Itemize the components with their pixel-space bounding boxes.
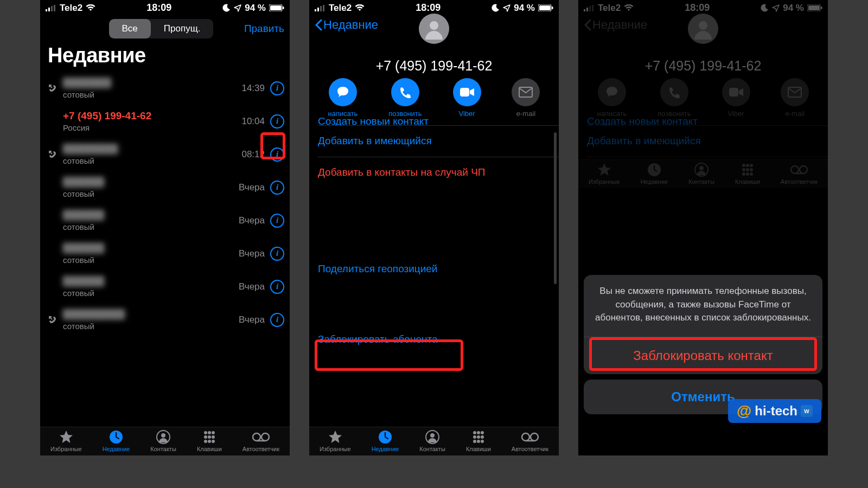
- tab-bar: Избранные Недавние Контакты Клавиши Авто…: [309, 427, 559, 455]
- svg-point-70: [800, 166, 807, 174]
- tab-voicemail[interactable]: Автоответчик: [512, 429, 548, 452]
- action-message[interactable]: написать: [328, 78, 358, 118]
- svg-point-19: [253, 433, 260, 441]
- carrier-label: Tele2: [60, 3, 82, 14]
- action-call[interactable]: позвонить: [388, 78, 422, 118]
- screen-recents: Tele2 18:09 94 % Все Пропущ. Править Нед…: [40, 0, 290, 455]
- svg-point-62: [750, 164, 753, 167]
- row-emergency[interactable]: Добавить в контакты на случай ЧП: [309, 157, 559, 188]
- outgoing-icon: [48, 150, 58, 159]
- info-icon[interactable]: i: [270, 247, 284, 261]
- svg-point-66: [742, 172, 745, 176]
- info-icon[interactable]: i: [270, 181, 284, 195]
- video-icon: [729, 87, 744, 98]
- sheet-block-button[interactable]: Заблокировать контакт: [584, 337, 822, 374]
- svg-point-40: [481, 435, 484, 439]
- tab-contacts[interactable]: Контакты: [419, 429, 445, 452]
- tab-recents[interactable]: Недавние: [103, 429, 130, 452]
- svg-rect-27: [539, 5, 551, 10]
- action-email: e-mail: [512, 78, 540, 118]
- row-share-location[interactable]: Поделиться геопозицией: [309, 253, 559, 285]
- svg-point-63: [742, 168, 745, 171]
- moon-icon: [492, 4, 500, 12]
- svg-rect-25: [323, 5, 324, 11]
- battery-icon: [538, 4, 553, 11]
- location-icon: [503, 4, 510, 12]
- tab-recents: Недавние: [641, 162, 668, 185]
- call-row[interactable]: XXXXXXXXсотовый 08:12 i: [40, 138, 290, 171]
- svg-rect-28: [552, 7, 553, 9]
- tab-favorites: Избранные: [589, 162, 620, 185]
- info-icon[interactable]: i: [270, 147, 284, 162]
- video-icon: [459, 87, 475, 98]
- svg-point-36: [477, 431, 480, 434]
- page-title: Недавние: [40, 42, 290, 72]
- call-row[interactable]: XXXXXXXXXсотовый Вчера i: [40, 303, 290, 336]
- svg-point-59: [699, 166, 704, 170]
- info-icon[interactable]: i: [270, 280, 284, 294]
- call-row[interactable]: XXXXXXсотовый Вчера i: [40, 237, 290, 270]
- mail-icon: [788, 87, 802, 98]
- screen-block-confirm: Tele2 18:09 94 % Недавние: [578, 0, 828, 455]
- wifi-icon: [86, 4, 95, 11]
- svg-rect-5: [270, 5, 282, 10]
- seg-all[interactable]: Все: [109, 19, 151, 38]
- tab-favorites[interactable]: Избранные: [320, 429, 351, 452]
- clock: 18:09: [146, 2, 171, 14]
- svg-rect-23: [317, 8, 319, 11]
- info-icon[interactable]: i: [270, 214, 284, 228]
- status-bar: Tele2 18:09 94 %: [40, 0, 290, 15]
- segmented-control[interactable]: Все Пропущ.: [109, 19, 214, 38]
- action-viber[interactable]: Viber: [453, 78, 481, 118]
- action-email: e-mail: [781, 78, 809, 118]
- call-row[interactable]: XXXXXXсотовый Вчера i: [40, 204, 290, 237]
- svg-point-41: [473, 440, 476, 443]
- call-row-missed[interactable]: +7 (495) 199-41-62Россия 10:04 i: [40, 105, 290, 138]
- svg-point-44: [522, 433, 529, 441]
- seg-missed[interactable]: Пропущ.: [151, 19, 214, 38]
- svg-rect-48: [586, 8, 588, 11]
- svg-point-29: [430, 21, 438, 30]
- row-add-existing[interactable]: Добавить в имеющийся: [309, 125, 559, 157]
- tab-contacts[interactable]: Контакты: [150, 429, 176, 452]
- row-block[interactable]: Заблокировать абонента: [309, 324, 559, 355]
- scrollbar[interactable]: [554, 132, 557, 284]
- info-icon[interactable]: i: [270, 81, 284, 95]
- location-icon: [772, 4, 780, 12]
- avatar: [688, 14, 718, 44]
- call-row[interactable]: XXXXXXXсотовый 14:39 i: [40, 72, 290, 105]
- svg-rect-3: [54, 5, 55, 11]
- tab-keypad[interactable]: Клавиши: [197, 429, 222, 452]
- tab-voicemail[interactable]: Автоответчик: [242, 429, 279, 452]
- call-row[interactable]: XXXXXXсотовый Вчера i: [40, 171, 290, 204]
- svg-point-37: [481, 431, 484, 434]
- edit-button[interactable]: Править: [244, 23, 284, 35]
- status-bar: Tele2 18:09 94 %: [578, 0, 828, 15]
- svg-rect-0: [46, 9, 47, 11]
- call-row[interactable]: XXXXXXсотовый Вчера i: [40, 270, 290, 303]
- svg-rect-50: [592, 5, 593, 11]
- info-icon[interactable]: i: [270, 114, 284, 129]
- row-create-contact[interactable]: Создать новыи контакт: [309, 115, 559, 125]
- svg-rect-30: [460, 88, 469, 97]
- signal-icon: [46, 5, 56, 11]
- phone-icon: [399, 86, 412, 99]
- action-message: написать: [597, 78, 627, 118]
- tab-keypad[interactable]: Клавиши: [466, 429, 491, 452]
- svg-point-10: [204, 431, 207, 434]
- svg-rect-49: [589, 6, 591, 11]
- svg-rect-52: [808, 5, 820, 10]
- svg-point-68: [750, 172, 753, 176]
- info-icon[interactable]: i: [270, 313, 284, 327]
- phone-number: +7 (495) 199-41-62: [309, 58, 559, 74]
- svg-point-67: [746, 172, 749, 176]
- svg-point-17: [208, 440, 211, 443]
- signal-icon: [584, 5, 595, 11]
- svg-rect-22: [315, 9, 316, 11]
- moon-icon: [222, 4, 231, 12]
- svg-point-16: [204, 440, 207, 443]
- tab-favorites[interactable]: Избранные: [50, 429, 82, 452]
- tab-recents[interactable]: Недавние: [372, 429, 399, 452]
- svg-rect-53: [821, 7, 822, 9]
- action-sheet: Вы не сможете принимать телефонные вызов…: [584, 275, 822, 414]
